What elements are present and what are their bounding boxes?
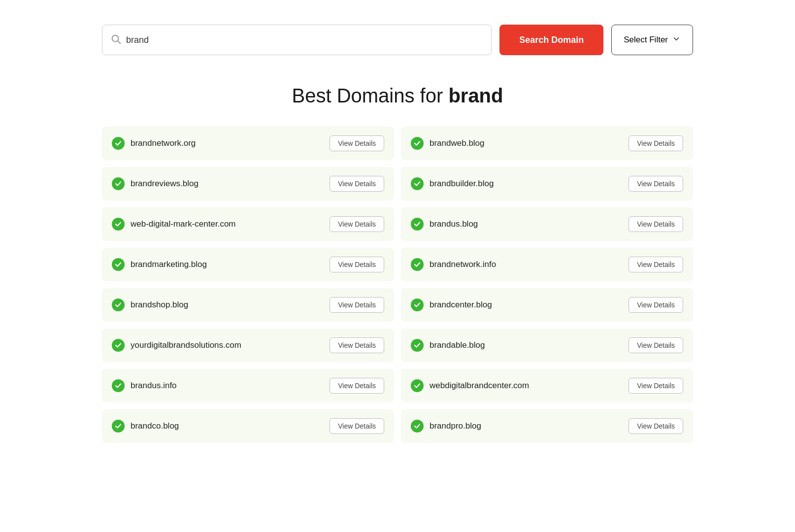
available-icon bbox=[411, 218, 424, 231]
domain-left: brandus.info bbox=[112, 379, 177, 392]
domain-name: brandco.blog bbox=[131, 421, 179, 431]
domain-item: brandnetwork.orgView Details bbox=[102, 127, 394, 160]
available-icon bbox=[112, 420, 125, 432]
page-title: Best Domains for brand bbox=[102, 85, 693, 107]
search-input[interactable] bbox=[126, 35, 483, 45]
domain-name: brandbuilder.blog bbox=[430, 179, 494, 189]
domain-item: brandco.blogView Details bbox=[102, 409, 394, 443]
select-filter-button[interactable]: Select Filter bbox=[611, 25, 693, 55]
domain-item: brandus.blogView Details bbox=[401, 207, 693, 241]
domain-item: webdigitalbrandcenter.comView Details bbox=[401, 369, 693, 402]
view-details-button[interactable]: View Details bbox=[629, 216, 683, 232]
available-icon bbox=[411, 177, 424, 190]
available-icon bbox=[112, 137, 125, 150]
view-details-button[interactable]: View Details bbox=[330, 257, 384, 272]
domain-left: brandreviews.blog bbox=[112, 177, 199, 190]
domain-name: brandshop.blog bbox=[131, 300, 188, 310]
domain-left: brandus.blog bbox=[411, 218, 478, 231]
domain-name: yourdigitalbrandsolutions.com bbox=[131, 340, 241, 350]
search-input-wrapper bbox=[102, 25, 492, 55]
available-icon bbox=[411, 339, 424, 352]
view-details-button[interactable]: View Details bbox=[330, 378, 384, 394]
domain-item: brandbuilder.blogView Details bbox=[401, 167, 693, 200]
available-icon bbox=[411, 379, 424, 392]
domains-grid: brandnetwork.orgView Detailsbrandweb.blo… bbox=[102, 127, 693, 443]
domain-item: yourdigitalbrandsolutions.comView Detail… bbox=[102, 329, 394, 362]
search-domain-button[interactable]: Search Domain bbox=[499, 25, 603, 55]
available-icon bbox=[112, 299, 125, 311]
domain-item: brandmarketing.blogView Details bbox=[102, 248, 394, 281]
title-prefix: Best Domains for bbox=[292, 85, 448, 106]
view-details-button[interactable]: View Details bbox=[330, 176, 384, 192]
available-icon bbox=[112, 218, 125, 231]
domain-item: brandus.infoView Details bbox=[102, 369, 394, 402]
available-icon bbox=[411, 258, 424, 271]
domain-left: brandnetwork.org bbox=[112, 137, 196, 150]
domain-item: brandshop.blogView Details bbox=[102, 288, 394, 322]
available-icon bbox=[411, 137, 424, 150]
domain-name: brandcenter.blog bbox=[430, 300, 492, 310]
filter-label: Select Filter bbox=[624, 35, 668, 45]
domain-item: brandweb.blogView Details bbox=[401, 127, 693, 160]
view-details-button[interactable]: View Details bbox=[629, 176, 683, 192]
domain-name: brandnetwork.org bbox=[131, 138, 196, 148]
svg-line-1 bbox=[118, 41, 120, 43]
available-icon bbox=[112, 339, 125, 352]
domain-left: brandshop.blog bbox=[112, 299, 188, 311]
domain-item: brandable.blogView Details bbox=[401, 329, 693, 362]
view-details-button[interactable]: View Details bbox=[330, 337, 384, 353]
domain-left: brandbuilder.blog bbox=[411, 177, 494, 190]
domain-left: webdigitalbrandcenter.com bbox=[411, 379, 529, 392]
domain-name: web-digital-mark-center.com bbox=[131, 219, 236, 229]
available-icon bbox=[411, 299, 424, 311]
available-icon bbox=[112, 379, 125, 392]
domain-name: brandpro.blog bbox=[430, 421, 481, 431]
view-details-button[interactable]: View Details bbox=[330, 297, 384, 313]
available-icon bbox=[112, 258, 125, 271]
domain-name: brandnetwork.info bbox=[430, 260, 496, 269]
domain-left: brandco.blog bbox=[112, 420, 179, 432]
domain-left: web-digital-mark-center.com bbox=[112, 218, 236, 231]
domain-item: web-digital-mark-center.comView Details bbox=[102, 207, 394, 241]
domain-item: brandpro.blogView Details bbox=[401, 409, 693, 443]
domain-item: brandreviews.blogView Details bbox=[102, 167, 394, 200]
view-details-button[interactable]: View Details bbox=[629, 378, 683, 394]
view-details-button[interactable]: View Details bbox=[330, 418, 384, 434]
domain-left: brandcenter.blog bbox=[411, 299, 492, 311]
domain-left: brandpro.blog bbox=[411, 420, 481, 432]
view-details-button[interactable]: View Details bbox=[629, 257, 683, 272]
view-details-button[interactable]: View Details bbox=[330, 135, 384, 151]
domain-left: yourdigitalbrandsolutions.com bbox=[112, 339, 241, 352]
domain-name: brandus.blog bbox=[430, 219, 478, 229]
domain-name: brandus.info bbox=[131, 381, 177, 391]
search-icon bbox=[110, 33, 121, 46]
domain-left: brandweb.blog bbox=[411, 137, 485, 150]
available-icon bbox=[112, 177, 125, 190]
domain-name: webdigitalbrandcenter.com bbox=[430, 381, 529, 391]
view-details-button[interactable]: View Details bbox=[629, 135, 683, 151]
available-icon bbox=[411, 420, 424, 432]
domain-left: brandable.blog bbox=[411, 339, 485, 352]
view-details-button[interactable]: View Details bbox=[629, 297, 683, 313]
domain-name: brandable.blog bbox=[430, 340, 485, 350]
domain-left: brandmarketing.blog bbox=[112, 258, 207, 271]
domain-left: brandnetwork.info bbox=[411, 258, 496, 271]
domain-name: brandreviews.blog bbox=[131, 179, 199, 189]
view-details-button[interactable]: View Details bbox=[629, 418, 683, 434]
chevron-down-icon bbox=[672, 34, 681, 46]
domain-name: brandweb.blog bbox=[430, 138, 485, 148]
domain-item: brandnetwork.infoView Details bbox=[401, 248, 693, 281]
domain-item: brandcenter.blogView Details bbox=[401, 288, 693, 322]
domain-name: brandmarketing.blog bbox=[131, 260, 207, 269]
title-bold: brand bbox=[448, 85, 503, 106]
view-details-button[interactable]: View Details bbox=[629, 337, 683, 353]
view-details-button[interactable]: View Details bbox=[330, 216, 384, 232]
